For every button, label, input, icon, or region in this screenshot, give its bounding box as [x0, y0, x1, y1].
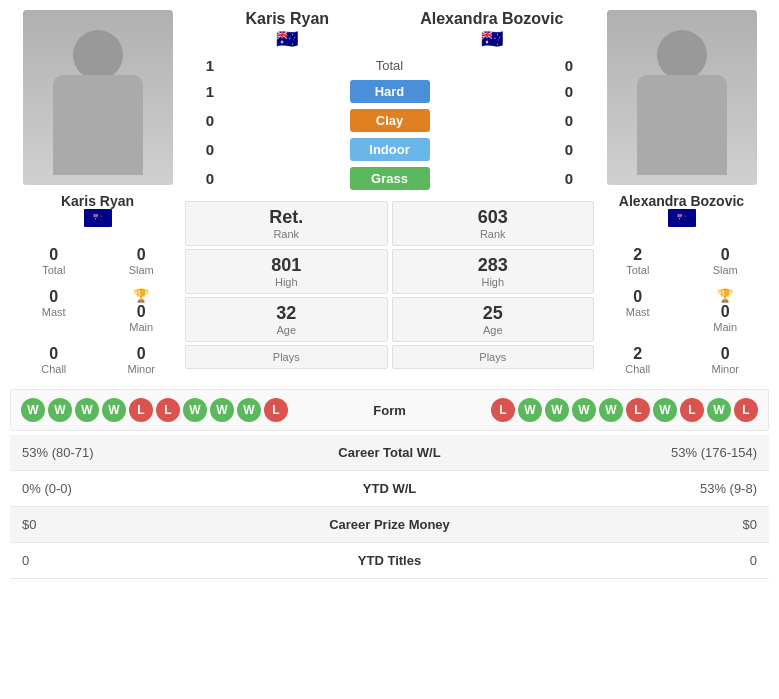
p1-age-box: 32 Age [185, 297, 388, 342]
form-badge-p1: W [75, 398, 99, 422]
player1-flag: 🇦🇺 [84, 209, 112, 227]
p2-info-col: 603 Rank 283 High 25 Age Plays [392, 198, 595, 372]
player1-main-val: 0 [137, 303, 146, 321]
p1-name-top: Karis Ryan [185, 10, 390, 28]
grass-badge: Grass [350, 167, 430, 190]
player1-minor-lbl: Minor [127, 363, 155, 375]
player2-main-val: 0 [721, 303, 730, 321]
p1-ytd-titles: 0 [10, 543, 276, 579]
indoor-badge-wrap: Indoor [235, 138, 544, 161]
form-badge-p2: W [518, 398, 542, 422]
player2-flag: 🇦🇺 [668, 209, 696, 227]
p1-high-box: 801 High [185, 249, 388, 294]
player2-mast-val: 0 [633, 288, 642, 306]
grass-badge-wrap: Grass [235, 167, 544, 190]
form-badge-p2: W [707, 398, 731, 422]
player2-form-badges: LWWWWLWLWL [450, 398, 759, 422]
player2-silhouette-head [657, 30, 707, 80]
form-badge-p1: L [156, 398, 180, 422]
player2-chall-box: 2 Chall [594, 339, 682, 381]
player1-minor-box: 0 Minor [98, 339, 186, 381]
player1-slam-lbl: Slam [129, 264, 154, 276]
form-badge-p2: L [734, 398, 758, 422]
form-label: Form [330, 403, 450, 418]
p1-total-wins: 1 [185, 57, 235, 74]
ytd-titles-row: 0 YTD Titles 0 [10, 543, 769, 579]
p2-ytd-titles: 0 [503, 543, 769, 579]
ytd-wl-row: 0% (0-0) YTD W/L 53% (9-8) [10, 471, 769, 507]
player2-slam-box: 0 Slam [682, 240, 770, 282]
player2-total-val: 2 [633, 246, 642, 264]
player1-photo [23, 10, 173, 185]
p2-rank-box: 603 Rank [392, 201, 595, 246]
trophy2-icon: 🏆 [717, 288, 733, 303]
player2-chall-lbl: Chall [625, 363, 650, 375]
clay-row: 0 Clay 0 [185, 109, 594, 132]
player2-minor-val: 0 [721, 345, 730, 363]
p2-rank-val: 603 [401, 207, 586, 228]
p2-plays-box: Plays [392, 345, 595, 369]
form-badge-p2: W [545, 398, 569, 422]
player1-form-badges: WWWWLLWWWL [21, 398, 330, 422]
form-badge-p1: W [183, 398, 207, 422]
form-badge-p2: W [572, 398, 596, 422]
ytd-titles-label: YTD Titles [276, 543, 504, 579]
form-badge-p2: L [491, 398, 515, 422]
player2-silhouette-body [637, 75, 727, 175]
p2-age-val: 25 [401, 303, 586, 324]
player1-chall-val: 0 [49, 345, 58, 363]
p2-high-box: 283 High [392, 249, 595, 294]
player2-trophy-box: 🏆 0 Main [682, 282, 770, 339]
hard-row: 1 Hard 0 [185, 80, 594, 103]
player1-stats-grid: 0 Total 0 Slam 0 Mast 🏆 0 Main 0 [10, 240, 185, 381]
p1-career-wl: 53% (80-71) [10, 435, 276, 471]
p1-info-col: Ret. Rank 801 High 32 Age Plays [185, 198, 388, 372]
player1-main-lbl: Main [129, 321, 153, 333]
player1-mast-box: 0 Mast [10, 282, 98, 339]
player1-mast-lbl: Mast [42, 306, 66, 318]
player-comparison: Karis Ryan 🇦🇺 0 Total 0 Slam 0 Mast 🏆 [10, 10, 769, 381]
form-badge-p1: W [21, 398, 45, 422]
player1-chall-box: 0 Chall [10, 339, 98, 381]
p1-high-lbl: High [194, 276, 379, 288]
p2-clay: 0 [544, 112, 594, 129]
player1-total-val: 0 [49, 246, 58, 264]
p2-career-wl: 53% (176-154) [503, 435, 769, 471]
form-badge-p1: L [264, 398, 288, 422]
player2-header: Alexandra Bozovic 🇦🇺 [594, 10, 769, 227]
player2-stats-grid: 2 Total 0 Slam 0 Mast 🏆 0 Main 2 [594, 240, 769, 381]
p2-name-top: Alexandra Bozovic [390, 10, 595, 28]
p1-rank-val: Ret. [194, 207, 379, 228]
prize-row: $0 Career Prize Money $0 [10, 507, 769, 543]
p2-indoor: 0 [544, 141, 594, 158]
clay-badge: Clay [350, 109, 430, 132]
form-badge-p1: W [48, 398, 72, 422]
ytd-wl-label: YTD W/L [276, 471, 504, 507]
p2-hard: 0 [544, 83, 594, 100]
form-section: WWWWLLWWWL Form LWWWWLWLWL [10, 389, 769, 431]
grass-row: 0 Grass 0 [185, 167, 594, 190]
p1-age-lbl: Age [194, 324, 379, 336]
p2-high-lbl: High [401, 276, 586, 288]
p2-prize: $0 [503, 507, 769, 543]
p1-grass: 0 [185, 170, 235, 187]
p1-clay: 0 [185, 112, 235, 129]
player2-mast-box: 0 Mast [594, 282, 682, 339]
form-badge-p1: W [237, 398, 261, 422]
p2-ytd-wl: 53% (9-8) [503, 471, 769, 507]
player1-minor-val: 0 [137, 345, 146, 363]
form-badge-p2: L [626, 398, 650, 422]
player1-silhouette-body [53, 75, 143, 175]
player2-main-lbl: Main [713, 321, 737, 333]
player2-minor-box: 0 Minor [682, 339, 770, 381]
player1-total-box: 0 Total [10, 240, 98, 282]
p2-total-wins: 0 [544, 57, 594, 74]
p2-rank-lbl: Rank [401, 228, 586, 240]
indoor-badge: Indoor [350, 138, 430, 161]
p1-hard: 1 [185, 83, 235, 100]
player1-panel: Karis Ryan 🇦🇺 0 Total 0 Slam 0 Mast 🏆 [10, 10, 185, 381]
player1-silhouette-head [73, 30, 123, 80]
player1-silhouette [23, 10, 173, 185]
player2-silhouette [607, 10, 757, 185]
p1-rank-box: Ret. Rank [185, 201, 388, 246]
